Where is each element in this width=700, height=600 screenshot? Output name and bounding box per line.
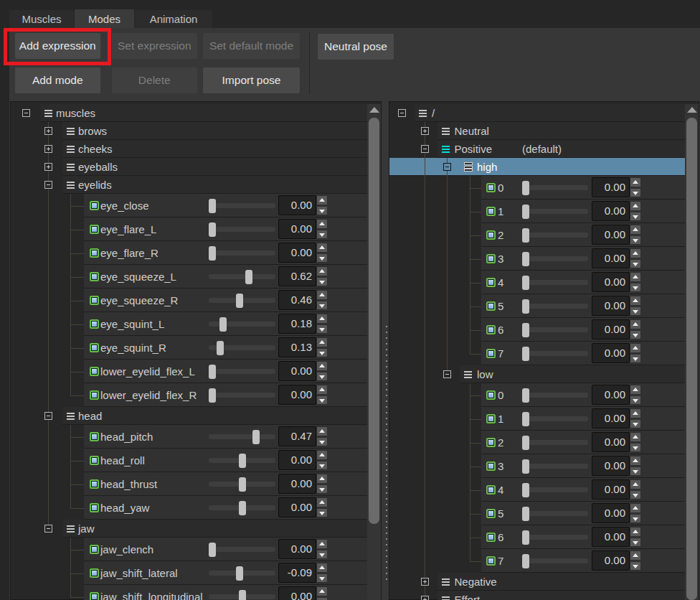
muscle-checkbox-icon[interactable]: [486, 183, 496, 192]
spinbox-value-7[interactable]: 0.00: [592, 343, 630, 363]
spinbox-down-button-eye-squeeze-l[interactable]: [316, 277, 328, 287]
spinbox-up-button-2[interactable]: [630, 432, 641, 442]
spinbox-value-3[interactable]: 0.00: [592, 456, 630, 476]
spinbox-down-button-eye-squeeze-r[interactable]: [316, 301, 328, 311]
spinbox-down-button-2[interactable]: [630, 235, 641, 245]
spinbox-up-button-7[interactable]: [630, 550, 641, 561]
spinbox-value-4[interactable]: 0.00: [592, 272, 630, 292]
spinbox-down-button-5[interactable]: [630, 306, 641, 317]
collapse-toggle-muscles[interactable]: [22, 109, 30, 117]
slider-handle-head-thrust[interactable]: [239, 477, 246, 492]
spinbox-up-button-head-pitch[interactable]: [316, 426, 328, 436]
collapse-toggle-high[interactable]: [443, 163, 451, 171]
slider-track-lower-eyelid-flex-r[interactable]: [209, 393, 275, 398]
tab-animation[interactable]: Animation: [135, 10, 212, 28]
muscle-checkbox-icon[interactable]: [90, 248, 99, 258]
spinbox-value-eye-flare-r[interactable]: 0.00: [278, 243, 316, 263]
spinbox-value-7[interactable]: 0.00: [592, 550, 630, 571]
slider-handle-6[interactable]: [522, 530, 529, 545]
slider-handle-eye-flare-l[interactable]: [209, 222, 216, 237]
spinbox-down-button-1[interactable]: [630, 212, 641, 222]
spinbox-up-button-jaw-shift-longitudinal[interactable]: [316, 586, 328, 596]
slider-handle-2[interactable]: [522, 436, 529, 450]
spinbox-up-button-5[interactable]: [630, 296, 641, 306]
spinbox-down-button-lower-eyelid-flex-l[interactable]: [316, 372, 328, 382]
tab-modes[interactable]: Modes: [75, 9, 134, 28]
spinbox-value-eye-squint-r[interactable]: 0.13: [278, 337, 316, 357]
slider-track-4[interactable]: [522, 487, 588, 492]
spinbox-down-button-0[interactable]: [630, 188, 641, 198]
spinbox-value-eye-close[interactable]: 0.00: [278, 195, 316, 215]
muscle-checkbox-icon[interactable]: [486, 438, 496, 447]
add-mode-button[interactable]: Add mode: [15, 67, 101, 93]
spinbox-value-0[interactable]: 0.00: [592, 177, 630, 197]
spinbox-value-5[interactable]: 0.00: [592, 503, 630, 523]
spinbox-up-button-2[interactable]: [630, 225, 641, 235]
spinbox-down-button-eye-flare-l[interactable]: [316, 230, 328, 240]
spinbox-up-button-jaw-clench[interactable]: [316, 539, 328, 549]
expand-toggle-effort[interactable]: [421, 596, 429, 600]
slider-track-5[interactable]: [522, 511, 588, 516]
tab-muscles[interactable]: Muscles: [9, 10, 74, 28]
spinbox-up-button-eye-squeeze-l[interactable]: [316, 266, 328, 276]
spinbox-up-button-1[interactable]: [630, 201, 641, 211]
slider-handle-4[interactable]: [522, 276, 529, 290]
spinbox-value-3[interactable]: 0.00: [592, 248, 630, 268]
spinbox-up-button-6[interactable]: [630, 527, 641, 537]
spinbox-up-button-4[interactable]: [630, 479, 641, 489]
spinbox-value-eye-squeeze-l[interactable]: 0.62: [278, 266, 316, 286]
spinbox-up-button-eye-squint-l[interactable]: [316, 314, 328, 324]
spinbox-up-button-eye-flare-l[interactable]: [316, 219, 328, 229]
slider-handle-jaw-clench[interactable]: [209, 543, 216, 557]
scroll-up-arrow[interactable]: [369, 107, 379, 113]
slider-handle-3[interactable]: [522, 459, 529, 474]
slider-track-jaw-clench[interactable]: [209, 547, 275, 552]
spinbox-value-head-roll[interactable]: 0.00: [278, 450, 316, 470]
spinbox-up-button-6[interactable]: [630, 319, 641, 329]
neutral-pose-button[interactable]: Neutral pose: [318, 34, 394, 60]
muscle-checkbox-icon[interactable]: [90, 390, 99, 400]
slider-track-4[interactable]: [522, 280, 588, 285]
tree-row-jaw[interactable]: [62, 520, 368, 537]
spinbox-down-button-2[interactable]: [630, 443, 641, 453]
spinbox-value-2[interactable]: 0.00: [592, 225, 630, 245]
muscle-checkbox-icon[interactable]: [486, 207, 496, 216]
spinbox-value-lower-eyelid-flex-r[interactable]: 0.00: [278, 385, 316, 405]
spinbox-up-button-jaw-shift-lateral[interactable]: [316, 563, 328, 573]
slider-handle-head-roll[interactable]: [239, 454, 246, 468]
spinbox-down-button-jaw-clench[interactable]: [316, 550, 328, 560]
slider-handle-eye-squint-l[interactable]: [219, 317, 227, 332]
collapse-toggle-head[interactable]: [44, 412, 52, 420]
slider-handle-0[interactable]: [522, 388, 529, 403]
muscle-checkbox-icon[interactable]: [486, 325, 496, 334]
spinbox-value-jaw-shift-lateral[interactable]: -0.09: [278, 563, 316, 583]
slider-track-eye-squint-l[interactable]: [209, 322, 275, 327]
spinbox-down-button-eye-flare-r[interactable]: [316, 253, 328, 263]
muscle-checkbox-icon[interactable]: [90, 319, 99, 329]
slider-track-eye-flare-r[interactable]: [209, 250, 275, 256]
spinbox-up-button-3[interactable]: [630, 456, 641, 466]
collapse-toggle-eyelids[interactable]: [44, 181, 52, 189]
spinbox-up-button-lower-eyelid-flex-r[interactable]: [316, 385, 328, 395]
slider-track-eye-squeeze-l[interactable]: [209, 274, 275, 279]
slider-handle-head-yaw[interactable]: [239, 501, 246, 515]
spinbox-up-button-head-thrust[interactable]: [316, 474, 328, 484]
tree-row-high[interactable]: [389, 158, 685, 175]
muscle-checkbox-icon[interactable]: [90, 432, 99, 441]
spinbox-up-button-head-yaw[interactable]: [316, 497, 328, 507]
scrollbar-thumb[interactable]: [369, 118, 379, 524]
muscle-checkbox-icon[interactable]: [486, 278, 496, 287]
slider-handle-lower-eyelid-flex-l[interactable]: [209, 365, 216, 379]
spinbox-down-button-eye-squint-r[interactable]: [316, 348, 328, 358]
slider-handle-jaw-shift-longitudinal[interactable]: [239, 590, 246, 600]
spinbox-up-button-4[interactable]: [630, 272, 641, 282]
collapse-toggle-jaw[interactable]: [44, 525, 52, 533]
slider-track-7[interactable]: [522, 558, 588, 563]
muscle-checkbox-icon[interactable]: [486, 485, 496, 494]
slider-handle-5[interactable]: [522, 299, 529, 314]
spinbox-up-button-0[interactable]: [630, 177, 641, 187]
muscle-checkbox-icon[interactable]: [90, 545, 99, 554]
slider-track-5[interactable]: [522, 304, 588, 309]
muscle-checkbox-icon[interactable]: [486, 349, 496, 358]
muscle-checkbox-icon[interactable]: [90, 201, 99, 210]
